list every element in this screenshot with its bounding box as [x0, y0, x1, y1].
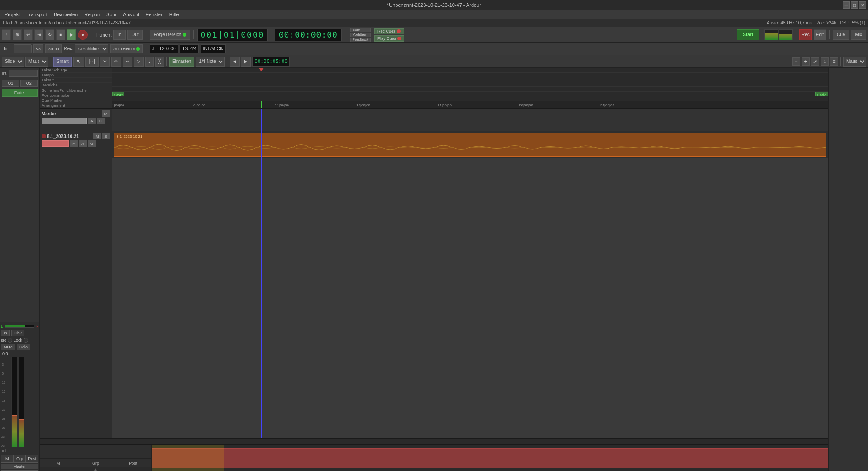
zoom-tracks-btn[interactable]: ≡ — [830, 57, 838, 66]
master-g-btn[interactable]: G — [97, 118, 105, 124]
forward-btn[interactable]: ⇥ — [34, 29, 43, 40]
bars-beats-display[interactable]: 001|01|0000 — [197, 29, 267, 41]
menu-hilfe[interactable]: Hilfe — [166, 11, 182, 18]
end-marker[interactable]: Ende — [815, 92, 828, 97]
iso-dot[interactable] — [8, 338, 12, 343]
note-select[interactable]: 1/4 Note — [196, 57, 225, 67]
range-tool-btn[interactable]: |↔| — [85, 57, 99, 67]
prev-marker-btn[interactable]: ◀ — [230, 57, 240, 67]
stopp-btn[interactable]: Stopp — [45, 44, 62, 53]
feedback-btn[interactable]: Feedback — [350, 38, 371, 42]
record-btn[interactable]: ● — [78, 30, 88, 40]
audition-tool-btn[interactable]: ▷ — [134, 57, 144, 67]
mute-btn[interactable]: Mute — [1, 344, 15, 350]
play-cues-btn[interactable]: Play Cues — [374, 35, 404, 42]
rec-btn-right[interactable]: Rec — [799, 29, 812, 40]
menu-projekt[interactable]: Projekt — [2, 11, 23, 18]
menu-spur[interactable]: Spur — [104, 11, 119, 18]
audio-a-btn[interactable]: A — [79, 140, 87, 147]
zoom-fit-btn[interactable]: ⤢ — [811, 57, 819, 66]
post-tab[interactable]: Post — [26, 455, 38, 463]
audio-track-row[interactable]: 8.1_2023-10-21 — [112, 131, 828, 158]
overview-viewport[interactable] — [152, 445, 224, 471]
solo-btn-left[interactable]: Solo — [17, 344, 30, 350]
audio-region[interactable]: 8.1_2023-10-21 — [114, 133, 826, 157]
overview-grp-tab[interactable]: Grp — [77, 459, 115, 467]
solo-btn[interactable]: Solo — [350, 28, 371, 32]
audio-p-btn[interactable]: P — [70, 140, 78, 147]
start-marker[interactable]: Start — [112, 92, 124, 97]
audio-g-btn[interactable]: G — [88, 140, 96, 147]
draw-tool-btn[interactable]: ✏ — [111, 57, 121, 67]
trim-tool-btn[interactable]: ╳ — [155, 57, 164, 67]
smpte-display[interactable]: 00:00:00:00 — [275, 29, 342, 41]
vs-btn[interactable]: VS — [33, 44, 43, 53]
audio-rec-btn[interactable] — [42, 134, 46, 138]
master-track-row[interactable] — [112, 109, 828, 131]
loop-btn[interactable]: ↻ — [45, 29, 54, 40]
next-marker-btn[interactable]: ▶ — [241, 57, 251, 67]
mix-btn[interactable]: Mix — [851, 30, 866, 40]
auto-return-btn[interactable]: Auto Return — [110, 44, 143, 53]
vorhoren-btn[interactable]: Vorhören — [350, 33, 371, 37]
midi-btn[interactable]: ⊕ — [13, 29, 22, 40]
edit-btn-right[interactable]: Edit — [814, 29, 826, 40]
mute-solo-row: Mute Solo — [1, 344, 38, 350]
maus-select[interactable]: Maus — [25, 57, 48, 67]
smart-btn[interactable]: Smart — [53, 57, 72, 67]
master-a-btn[interactable]: A — [88, 118, 96, 124]
rec-cues-btn[interactable]: Rec Cues — [374, 28, 404, 34]
maus-right-select[interactable]: Maus — [843, 57, 866, 67]
overview-content[interactable] — [152, 445, 828, 471]
fader-label[interactable]: Fader — [2, 89, 38, 97]
ts-display[interactable]: TS: 4/4 — [180, 44, 199, 53]
tempo-display[interactable]: ♩ = 120.000 — [150, 44, 178, 53]
einrasten-btn[interactable]: Einrasten — [169, 57, 194, 67]
o2-btn[interactable]: Ö2 — [20, 80, 38, 87]
lock-dot[interactable] — [24, 338, 28, 343]
audio-s-btn[interactable]: S — [102, 133, 110, 139]
pointer-tool-btn[interactable]: ↖ — [73, 57, 84, 67]
menu-region[interactable]: Region — [81, 11, 103, 18]
overview-post-tab[interactable]: Post — [114, 459, 151, 467]
disk-btn[interactable]: Disk — [11, 330, 25, 336]
menu-fenster[interactable]: Fenster — [143, 11, 165, 18]
play-btn[interactable]: ▶ — [67, 29, 76, 40]
master-btn-bottom[interactable]: Master — [1, 464, 38, 469]
history-select[interactable]: Geschichtet — [75, 44, 108, 53]
o1-btn[interactable]: Ö1 — [2, 80, 19, 87]
in-btn[interactable]: In — [1, 330, 10, 336]
edit-time-display[interactable]: 00:00:05:00 — [252, 57, 290, 67]
master-m-btn[interactable]: M — [102, 110, 110, 117]
audio-m-btn[interactable]: M — [93, 133, 101, 139]
slide-select[interactable]: Slide — [2, 57, 24, 67]
m-tab[interactable]: M — [1, 455, 14, 463]
scroll-up-btn[interactable]: ▲ — [40, 467, 151, 471]
monitor-knob[interactable] — [14, 44, 32, 53]
monitor-level[interactable] — [9, 70, 38, 77]
maximize-button[interactable]: □ — [851, 1, 858, 9]
zoom-out-btn[interactable]: − — [792, 57, 800, 66]
punch-out-btn[interactable]: Out — [127, 30, 143, 40]
int-mclk-display[interactable]: INT/M-Clk — [201, 44, 226, 53]
menu-ansicht[interactable]: Ansicht — [120, 11, 142, 18]
cut-tool-btn[interactable]: ✂ — [100, 57, 110, 67]
click-toggle-btn[interactable]: ! — [2, 29, 11, 40]
zoom-height-btn[interactable]: ↕ — [821, 57, 829, 66]
start-btn-right[interactable]: Start — [737, 29, 759, 40]
menu-bearbeiten[interactable]: Bearbeiten — [51, 11, 80, 18]
rewind-btn[interactable]: ↩ — [24, 29, 33, 40]
grp-tab[interactable]: Grp — [14, 455, 26, 463]
cue-right-btn[interactable]: Cue — [833, 30, 849, 40]
folge-bereich-btn[interactable]: Folge Bereich — [150, 30, 191, 40]
stretch-tool-btn[interactable]: ⇔ — [123, 57, 132, 67]
zoom-in-btn[interactable]: + — [802, 57, 810, 66]
punch-in-btn[interactable]: In — [113, 30, 125, 40]
overview-m-tab[interactable]: M — [40, 459, 77, 467]
stop-btn[interactable]: ■ — [56, 29, 65, 40]
h-scrollbar[interactable] — [40, 438, 828, 444]
minimize-button[interactable]: ─ — [843, 1, 850, 9]
menu-transport[interactable]: Transport — [24, 11, 50, 18]
midi-tool-btn[interactable]: ♩ — [145, 57, 154, 67]
close-button[interactable]: ✕ — [859, 1, 866, 9]
